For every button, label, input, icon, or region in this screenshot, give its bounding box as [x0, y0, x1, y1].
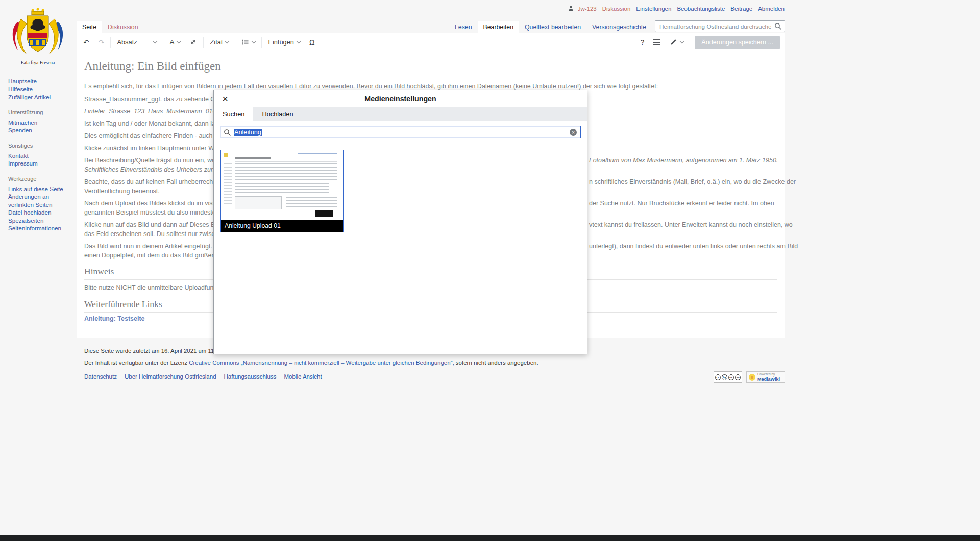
undo-button[interactable]: ↶ — [79, 34, 94, 51]
tab-quelltext-bearbeiten[interactable]: Quelltext bearbeiten — [519, 21, 586, 33]
toolbar-divider — [235, 37, 235, 48]
sidebar-section: SonstigesKontaktImpressum — [8, 143, 74, 168]
dialog-header: × Medieneinstellungen — [214, 90, 587, 107]
mediawiki-page: Jw-123DiskussionEinstellungenBeobachtung… — [0, 0, 980, 541]
dialog-tab-hochladen[interactable]: Hochladen — [253, 107, 302, 121]
tab-seite[interactable]: Seite — [77, 21, 102, 33]
privacy-link[interactable]: Datenschutz — [84, 373, 117, 380]
bottom-bar — [0, 535, 980, 541]
user-icon — [568, 5, 574, 12]
see-also-link[interactable]: Anleitung: Testseite — [84, 315, 145, 322]
license-note: Der Inhalt ist verfügbar unter der Lizen… — [84, 360, 538, 366]
text-style-icon: A — [169, 38, 174, 46]
save-changes-button[interactable]: Änderungen speichern ... — [695, 36, 780, 49]
logo-motto: Eala frya Fresena — [21, 60, 55, 65]
tab-lesen[interactable]: Lesen — [449, 21, 478, 33]
sidebar-item[interactable]: Impressum — [8, 159, 74, 168]
namespace-tabs: SeiteDiskussion — [77, 21, 144, 33]
clear-search-icon[interactable]: × — [570, 129, 577, 136]
link-button[interactable] — [185, 34, 202, 51]
view-tabs-list: LesenBearbeitenQuelltext bearbeitenVersi… — [449, 21, 652, 33]
insert-dropdown[interactable]: Einfügen — [263, 34, 305, 51]
media-result-thumbnail — [222, 151, 342, 220]
toolbar-right-group: ? Änderungen speichern ... — [635, 34, 783, 51]
cite-dropdown[interactable]: Zitat — [205, 34, 233, 51]
chevron-down-icon — [225, 39, 229, 43]
user-talk-link[interactable]: Diskussion — [602, 6, 631, 12]
sidebar-item[interactable]: Hauptseite — [8, 77, 74, 85]
help-button[interactable]: ? — [635, 34, 649, 51]
sidebar-item[interactable]: Datei hochladen — [8, 208, 74, 217]
last-edited-note: Diese Seite wurde zuletzt am 16. April 2… — [84, 348, 213, 354]
cc-by-icon: by — [722, 374, 727, 380]
dialog-tab-suchen[interactable]: Suchen — [214, 107, 253, 121]
insert-label: Einfügen — [268, 38, 294, 46]
special-character-button[interactable]: Ω — [305, 34, 319, 51]
sidebar-nav: HauptseiteHilfeseiteZufälliger ArtikelUn… — [8, 77, 74, 241]
site-logo[interactable]: Eala frya Fresena — [4, 3, 71, 65]
watchlist-link[interactable]: Beobachtungsliste — [677, 6, 725, 12]
sidebar-section: UnterstützungMitmachenSpenden — [8, 109, 74, 134]
contributions-link[interactable]: Beiträge — [730, 6, 752, 12]
media-settings-dialog: × Medieneinstellungen SuchenHochladen An… — [213, 90, 587, 354]
list-format-dropdown[interactable] — [237, 34, 260, 51]
cc-nc-icon: nc — [728, 374, 734, 380]
mediawiki-badge[interactable]: Powered by MediaWiki — [746, 371, 785, 383]
chevron-down-icon — [680, 39, 684, 43]
license-link[interactable]: Creative Commons „Namensnennung – nicht … — [189, 360, 452, 366]
logout-link[interactable]: Abmelden — [758, 6, 785, 12]
redo-button[interactable]: ↷ — [94, 34, 109, 51]
media-result-tile[interactable]: Anleitung Upload 01 — [220, 150, 344, 232]
editor-mode-dropdown[interactable] — [665, 34, 688, 51]
sidebar-item[interactable]: Kontakt — [8, 152, 74, 160]
media-search-field[interactable]: Anleitung × — [220, 126, 581, 138]
sidebar-section: WerkzeugeLinks auf diese SeiteÄnderungen… — [8, 176, 74, 232]
sidebar-item[interactable]: Änderungen an verlinkten Seiten — [8, 193, 74, 208]
license-prefix: Der Inhalt ist verfügbar unter der Lizen… — [84, 360, 189, 366]
link-icon — [189, 38, 197, 46]
powered-by-label: Powered by — [757, 372, 780, 377]
paragraph-format-label: Absatz — [117, 38, 137, 46]
sidebar-item[interactable]: Spenden — [8, 126, 74, 134]
search-icon — [224, 129, 231, 136]
toolbar-divider — [690, 37, 690, 48]
about-link[interactable]: Über Heimatforschung Ostfriesland — [125, 373, 216, 380]
toolbar-divider — [261, 37, 262, 48]
close-icon[interactable]: × — [218, 92, 232, 105]
tab-versionsgeschichte[interactable]: Versionsgeschichte — [586, 21, 652, 33]
mediawiki-label: MediaWiki — [757, 377, 780, 382]
sidebar-section-title: Sonstiges — [8, 143, 74, 149]
sidebar-item[interactable]: Zufälliger Artikel — [8, 93, 74, 101]
site-search — [655, 20, 785, 32]
tab-bearbeiten[interactable]: Bearbeiten — [478, 21, 519, 33]
cite-label: Zitat — [210, 38, 223, 46]
mobile-view-link[interactable]: Mobile Ansicht — [284, 373, 322, 380]
sidebar-item[interactable]: Spezialseiten — [8, 217, 74, 225]
cc-sa-icon: sa — [735, 374, 741, 380]
user-page-link[interactable]: Jw-123 — [578, 6, 597, 12]
disclaimer-link[interactable]: Haftungsausschluss — [224, 373, 277, 380]
sidebar-item[interactable]: Hilfeseite — [8, 85, 74, 93]
sidebar-item[interactable]: Links auf diese Seite — [8, 185, 74, 193]
coat-of-arms — [8, 7, 68, 60]
cc-icon: cc — [715, 374, 721, 380]
page-options-button[interactable] — [649, 34, 665, 51]
text-style-dropdown[interactable]: A — [165, 34, 185, 51]
sidebar-item[interactable]: Mitmachen — [8, 119, 74, 127]
personal-bar: Jw-123DiskussionEinstellungenBeobachtung… — [568, 5, 785, 12]
dialog-title: Medieneinstellungen — [214, 90, 587, 107]
sidebar-item[interactable]: Seiteninformationen — [8, 224, 74, 232]
paragraph-format-dropdown[interactable]: Absatz — [112, 34, 161, 51]
cc-license-badge[interactable]: cc by nc sa — [714, 371, 742, 383]
bullet-list-icon — [241, 38, 249, 46]
license-suffix: , sofern nicht anders angegeben. — [452, 360, 538, 366]
personal-links: Jw-123DiskussionEinstellungenBeobachtung… — [578, 6, 785, 12]
sidebar-section-title: Werkzeuge — [8, 176, 74, 182]
site-search-input[interactable] — [655, 20, 785, 32]
search-icon[interactable] — [774, 22, 782, 30]
footer-links: DatenschutzÜber Heimatforschung Ostfries… — [84, 373, 322, 380]
media-result-caption: Anleitung Upload 01 — [221, 220, 343, 232]
tab-diskussion[interactable]: Diskussion — [102, 21, 143, 33]
preferences-link[interactable]: Einstellungen — [636, 6, 671, 12]
menu-icon — [653, 39, 660, 45]
